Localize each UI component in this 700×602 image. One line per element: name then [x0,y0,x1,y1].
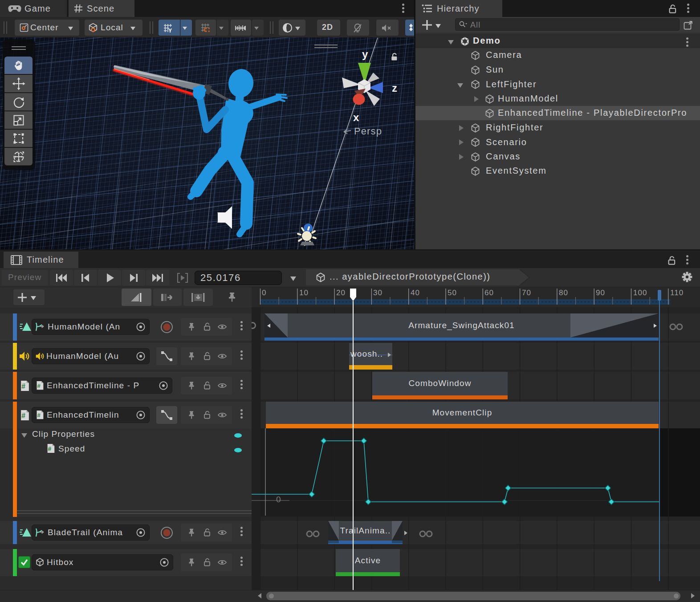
svg-text:#: # [37,382,41,389]
svg-text:x: x [353,111,359,123]
svg-text:#: # [48,446,52,452]
svg-text:#: # [37,412,41,419]
svg-text:0: 0 [276,495,281,504]
svg-text:#: # [21,382,26,390]
svg-text:#: # [21,412,26,419]
svg-text:y: y [362,48,368,60]
svg-text:Persp: Persp [354,126,382,137]
svg-text:z: z [392,82,398,94]
svg-text:Y: Y [168,28,172,33]
